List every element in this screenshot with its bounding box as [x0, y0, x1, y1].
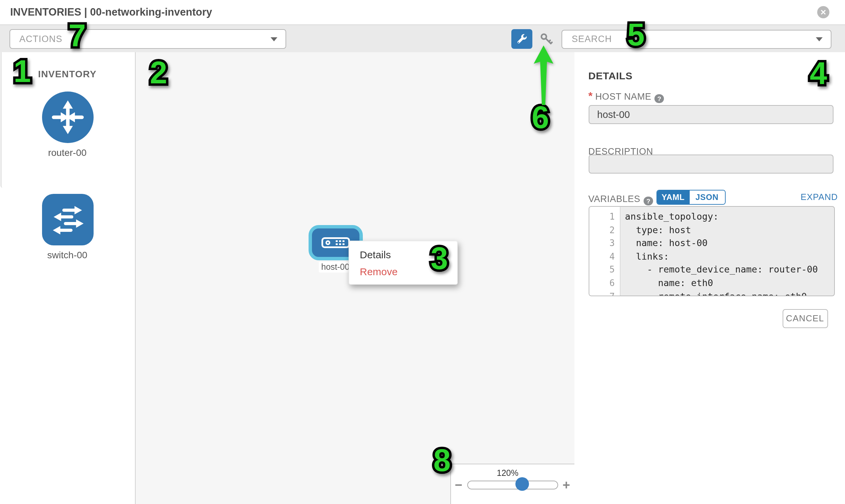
zoom-slider-thumb[interactable] — [515, 477, 529, 490]
host-name-input[interactable] — [588, 105, 833, 124]
page-title: INVENTORIES | 00-networking-inventory — [10, 0, 212, 24]
code-line: - remote_device_name: router-00 — [625, 263, 834, 276]
toolbar-key-button[interactable] — [536, 29, 556, 49]
code-line: remote_interface_name: eth0 — [625, 290, 834, 295]
host-node-label: host-00 — [318, 261, 352, 272]
toolbar: ACTIONS — [0, 25, 845, 53]
caret-down-icon — [816, 37, 823, 41]
code-line: name: host-00 — [625, 237, 834, 250]
wrench-icon — [516, 33, 528, 45]
code-line: links: — [625, 250, 834, 263]
palette-item-label: switch-00 — [0, 249, 135, 260]
zoom-control: 120% − + — [450, 463, 574, 504]
actions-dropdown[interactable]: ACTIONS — [9, 29, 286, 49]
code-line: type: host — [625, 223, 834, 237]
palette-item-switch[interactable] — [42, 194, 93, 245]
close-icon[interactable]: ✕ — [817, 6, 829, 18]
format-toggle-json[interactable]: JSON — [689, 190, 725, 204]
node-context-menu: Details Remove — [348, 241, 457, 285]
required-asterisk: * — [588, 90, 592, 101]
details-panel-title: DETAILS — [588, 70, 632, 81]
caret-down-icon — [270, 37, 277, 41]
variables-label: VARIABLES — [588, 194, 640, 204]
router-icon — [48, 97, 87, 137]
zoom-in-icon[interactable]: + — [561, 480, 571, 490]
key-icon — [539, 32, 553, 46]
variables-code-editor[interactable]: 1 2 3 4 5 6 7 ansible_topology: type: ho… — [588, 206, 834, 296]
details-panel: DETAILS *HOST NAME? DESCRIPTION VARIABLE… — [574, 52, 845, 504]
variables-label-row: VARIABLES? — [588, 192, 653, 205]
host-name-label-row: *HOST NAME? — [588, 90, 664, 103]
topology-canvas[interactable]: host-00 Details Remove 120% − + — [135, 52, 574, 504]
switch-icon — [48, 200, 87, 239]
format-toggle-yaml[interactable]: YAML — [657, 190, 689, 204]
help-icon[interactable]: ? — [655, 94, 664, 103]
code-line-numbers: 1 2 3 4 5 6 7 — [589, 207, 620, 295]
actions-dropdown-label: ACTIONS — [19, 30, 63, 48]
host-name-label: HOST NAME — [595, 91, 651, 101]
host-icon — [321, 237, 350, 248]
toolbar-tools-button[interactable] — [511, 29, 532, 49]
code-content[interactable]: ansible_topology: type: host name: host-… — [620, 207, 834, 295]
code-line: ansible_topology: — [625, 210, 834, 223]
context-menu-item-remove[interactable]: Remove — [349, 263, 457, 280]
zoom-slider[interactable] — [467, 480, 558, 489]
help-icon[interactable]: ? — [644, 196, 653, 205]
cancel-button[interactable]: CANCEL — [782, 309, 828, 328]
zoom-out-icon[interactable]: − — [453, 480, 463, 490]
search-dropdown-label: SEARCH — [572, 30, 612, 48]
context-menu-item-details[interactable]: Details — [349, 246, 457, 263]
page-header: INVENTORIES | 00-networking-inventory ✕ — [0, 0, 845, 25]
palette-item-router[interactable] — [42, 91, 93, 143]
search-dropdown[interactable]: SEARCH — [562, 30, 831, 49]
app: INVENTORIES | 00-networking-inventory ✕ … — [0, 0, 845, 504]
inventory-palette: INVENTORY router-00 — [0, 52, 135, 504]
palette-title: INVENTORY — [0, 68, 135, 79]
palette-item-label: router-00 — [0, 147, 135, 158]
expand-link[interactable]: EXPAND — [800, 192, 838, 202]
zoom-level-value: 120% — [451, 468, 574, 478]
description-input[interactable] — [588, 154, 833, 173]
code-line: name: eth0 — [625, 276, 834, 290]
variables-format-toggle: YAML JSON — [656, 190, 725, 205]
